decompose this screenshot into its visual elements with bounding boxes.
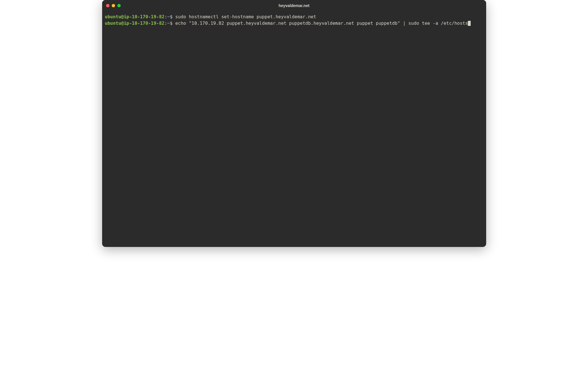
terminal-window: heyvaldemar.net ubuntu@ip-10-170-19-82:~… bbox=[102, 0, 486, 247]
terminal-body[interactable]: ubuntu@ip-10-170-19-82:~$ sudo hostnamec… bbox=[102, 11, 486, 247]
maximize-icon[interactable] bbox=[117, 4, 121, 7]
prompt-user-host: ubuntu@ip-10-170-19-82 bbox=[105, 21, 165, 26]
minimize-icon[interactable] bbox=[112, 4, 115, 7]
command-text: sudo hostnamectl set-hostname puppet.hey… bbox=[175, 14, 316, 19]
prompt-colon: : bbox=[164, 21, 167, 26]
prompt-symbol: $ bbox=[170, 14, 175, 19]
prompt-path: ~ bbox=[167, 14, 170, 19]
titlebar[interactable]: heyvaldemar.net bbox=[102, 0, 486, 11]
command-text: echo "10.170.19.82 puppet.heyvaldemar.ne… bbox=[175, 21, 468, 26]
close-icon[interactable] bbox=[106, 4, 109, 7]
prompt-path: ~ bbox=[167, 21, 170, 26]
cursor-icon bbox=[468, 21, 471, 26]
prompt-colon: : bbox=[164, 14, 167, 19]
window-title: heyvaldemar.net bbox=[102, 3, 486, 8]
prompt-symbol: $ bbox=[170, 21, 175, 26]
prompt-user-host: ubuntu@ip-10-170-19-82 bbox=[105, 14, 165, 19]
terminal-line: ubuntu@ip-10-170-19-82:~$ echo "10.170.1… bbox=[105, 21, 471, 26]
traffic-lights bbox=[106, 4, 121, 7]
terminal-line: ubuntu@ip-10-170-19-82:~$ sudo hostnamec… bbox=[105, 14, 316, 19]
